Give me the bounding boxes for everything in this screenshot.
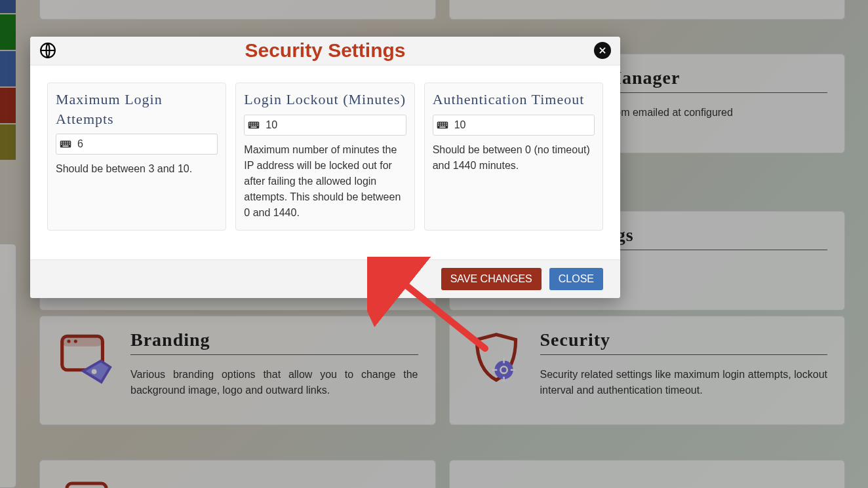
svg-rect-51 (442, 122, 443, 124)
svg-rect-41 (258, 122, 259, 124)
svg-rect-50 (440, 122, 441, 124)
svg-rect-56 (442, 124, 443, 126)
svg-rect-39 (254, 122, 255, 124)
svg-rect-40 (256, 122, 257, 124)
svg-rect-46 (258, 124, 259, 126)
svg-rect-55 (440, 124, 441, 126)
svg-rect-33 (67, 144, 68, 145)
login-lockout-input[interactable] (263, 115, 405, 135)
svg-rect-57 (444, 124, 445, 126)
keyboard-icon (433, 115, 452, 135)
keyboard-icon (245, 115, 263, 135)
input-wrap (244, 115, 406, 136)
svg-rect-26 (63, 142, 64, 143)
svg-rect-59 (439, 126, 445, 128)
setting-help: Maximum number of minutes the IP address… (244, 142, 406, 221)
keyboard-icon (56, 134, 75, 154)
svg-rect-52 (444, 122, 445, 124)
svg-rect-47 (251, 126, 257, 128)
modal-body: Maximum Login Attempts Should be between… (30, 66, 620, 259)
save-changes-button[interactable]: SAVE CHANGES (441, 268, 542, 290)
modal-close-button[interactable] (594, 42, 611, 59)
modal-header: Security Settings (30, 37, 620, 66)
input-wrap (433, 115, 595, 136)
setting-max-login-attempts: Maximum Login Attempts Should be between… (47, 83, 226, 231)
svg-rect-54 (438, 124, 439, 126)
setting-title: Login Lockout (Minutes) (244, 90, 406, 109)
svg-rect-29 (69, 142, 70, 143)
svg-rect-37 (250, 122, 251, 124)
svg-rect-43 (252, 124, 253, 126)
security-settings-modal: Security Settings Maximum Login Attempts… (30, 37, 620, 298)
svg-rect-44 (254, 124, 255, 126)
svg-rect-53 (446, 122, 447, 124)
setting-login-lockout: Login Lockout (Minutes) Maximum number o… (235, 83, 414, 231)
globe-icon (39, 42, 56, 59)
close-button[interactable]: CLOSE (549, 268, 603, 290)
svg-rect-34 (69, 144, 70, 145)
svg-rect-45 (256, 124, 257, 126)
svg-rect-28 (67, 142, 68, 143)
svg-rect-32 (65, 144, 66, 145)
max-login-attempts-input[interactable] (75, 134, 217, 154)
svg-rect-31 (63, 144, 64, 145)
svg-rect-25 (61, 142, 62, 143)
modal-title: Security Settings (56, 39, 594, 62)
input-wrap (56, 134, 218, 155)
svg-rect-49 (438, 122, 439, 124)
setting-help: Should be between 3 and 10. (56, 161, 218, 177)
setting-title: Maximum Login Attempts (56, 90, 218, 128)
svg-rect-38 (252, 122, 253, 124)
svg-rect-58 (446, 124, 447, 126)
svg-rect-27 (65, 142, 66, 143)
svg-rect-42 (250, 124, 251, 126)
setting-auth-timeout: Authentication Timeout Should be between… (424, 83, 603, 231)
svg-rect-30 (61, 144, 62, 145)
setting-help: Should be between 0 (no timeout) and 144… (433, 142, 595, 174)
setting-title: Authentication Timeout (433, 90, 595, 109)
modal-footer: SAVE CHANGES CLOSE (30, 259, 620, 298)
auth-timeout-input[interactable] (452, 115, 594, 135)
svg-rect-35 (63, 146, 69, 147)
